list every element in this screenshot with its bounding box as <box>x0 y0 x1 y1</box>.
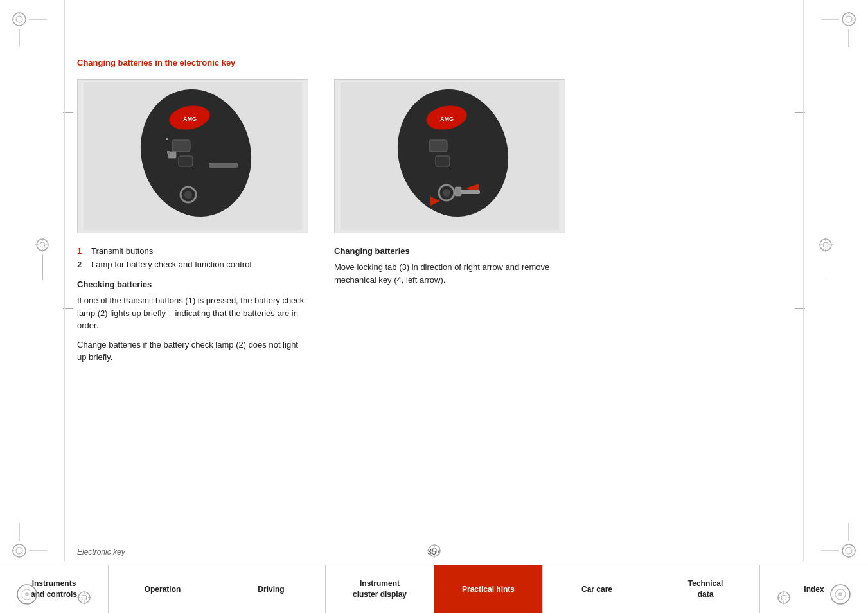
numbered-list: 1 Transmit buttons 2 Lamp for battery ch… <box>77 246 308 269</box>
margin-line-right <box>803 0 804 562</box>
svg-point-8 <box>846 16 852 22</box>
page-content: Changing batteries in the electronic key… <box>77 39 791 529</box>
svg-point-7 <box>842 13 855 26</box>
list-item-2: 2 Lamp for battery check and function co… <box>77 260 308 269</box>
center-crosshair <box>427 544 441 560</box>
changing-batteries-text: Move locking tab (3) in direction of rig… <box>334 261 565 286</box>
svg-point-13 <box>13 544 26 557</box>
reg-mark-left-mid <box>35 238 49 280</box>
nav-item-instrument-cluster[interactable]: Instrumentcluster display <box>326 565 434 613</box>
svg-rect-46 <box>209 163 238 168</box>
nav-label-instrument-cluster: Instrumentcluster display <box>353 578 407 600</box>
corner-deco-br <box>821 523 856 558</box>
svg-point-80 <box>781 595 786 600</box>
margin-line-left <box>64 0 65 562</box>
bottom-crosshair-right <box>777 591 791 607</box>
left-column: 1 Transmit buttons 2 Lamp for battery ch… <box>77 246 308 370</box>
bottom-nav: Instrumentsand controls Operation Drivin… <box>0 565 868 613</box>
svg-point-45 <box>184 191 192 199</box>
svg-rect-60 <box>455 187 461 196</box>
list-item-1: 1 Transmit buttons <box>77 246 308 256</box>
svg-rect-42 <box>179 156 193 166</box>
key-svg-right: AMG <box>341 82 559 230</box>
corner-deco-tr <box>821 12 856 47</box>
nav-label-technical-data: Technicaldata <box>688 578 723 600</box>
bottom-circle-right <box>829 583 852 608</box>
key-svg-left: AMG <box>84 82 302 230</box>
svg-rect-47 <box>166 138 168 140</box>
nav-label-practical-hints: Practical hints <box>462 584 515 595</box>
nav-item-practical-hints[interactable]: Practical hints <box>434 565 543 613</box>
images-row: AMG <box>77 79 791 233</box>
svg-rect-41 <box>172 140 190 152</box>
checking-batteries-para-1: If one of the transmit buttons (1) is pr… <box>77 294 308 332</box>
nav-item-car-care[interactable]: Car care <box>543 565 651 613</box>
nav-item-driving[interactable]: Driving <box>217 565 326 613</box>
corner-deco-bl <box>12 523 47 558</box>
nav-item-operation[interactable]: Operation <box>109 565 217 613</box>
right-column: Changing batteries Move locking tab (3) … <box>334 246 791 370</box>
section-title: Changing batteries in the electronic key <box>77 58 791 67</box>
svg-text:AMG: AMG <box>440 116 454 122</box>
svg-point-20 <box>846 547 852 554</box>
svg-point-62 <box>432 548 437 553</box>
item-number-2: 2 <box>77 260 86 269</box>
svg-rect-53 <box>429 140 447 152</box>
svg-point-32 <box>823 242 828 247</box>
key-image-right: AMG <box>334 79 565 233</box>
reg-mark-right-mid <box>819 238 833 280</box>
svg-rect-48 <box>167 151 170 154</box>
item-text-2: Lamp for battery check and function cont… <box>91 260 251 269</box>
checking-batteries-para-2: Change batteries if the battery check la… <box>77 339 308 364</box>
svg-point-26 <box>40 242 45 247</box>
nav-label-index: Index <box>804 584 824 595</box>
item-text-1: Transmit buttons <box>91 246 153 256</box>
item-number-1: 1 <box>77 246 86 256</box>
section-label: Electronic key <box>77 547 125 556</box>
changing-batteries-heading: Changing batteries <box>334 246 791 256</box>
svg-point-19 <box>842 544 855 557</box>
text-columns: 1 Transmit buttons 2 Lamp for battery ch… <box>77 246 791 370</box>
svg-point-72 <box>838 592 842 596</box>
svg-point-1 <box>16 16 22 22</box>
svg-point-56 <box>443 189 450 197</box>
checking-batteries-heading: Checking batteries <box>77 280 308 289</box>
svg-point-74 <box>82 595 87 600</box>
svg-point-0 <box>13 13 26 26</box>
svg-point-14 <box>16 547 22 554</box>
key-image-left: AMG <box>77 79 308 233</box>
svg-text:AMG: AMG <box>183 116 197 122</box>
corner-deco-tl <box>12 12 47 47</box>
nav-label-driving: Driving <box>258 584 284 595</box>
bottom-circle-left <box>16 583 39 608</box>
nav-item-technical-data[interactable]: Technicaldata <box>651 565 760 613</box>
svg-point-69 <box>25 592 29 596</box>
bottom-crosshair-left <box>77 591 91 607</box>
svg-rect-54 <box>436 156 450 166</box>
nav-label-car-care: Car care <box>581 584 612 595</box>
nav-label-operation: Operation <box>145 584 181 595</box>
